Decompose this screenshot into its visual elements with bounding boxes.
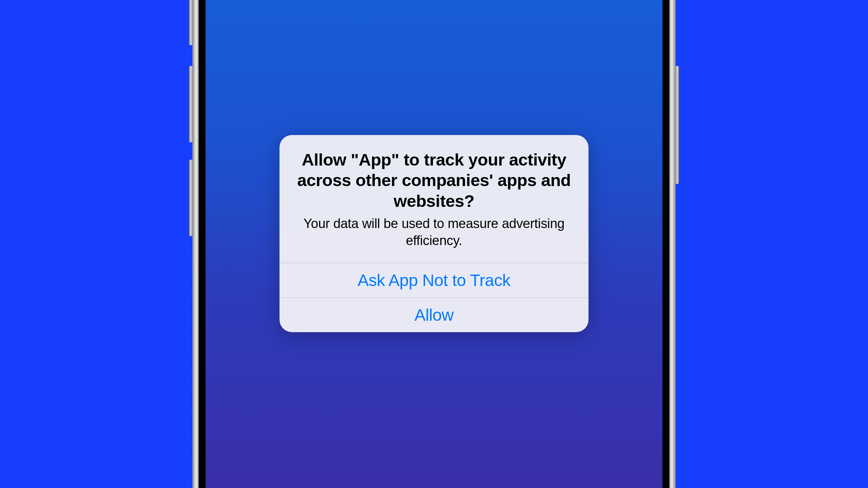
tracking-permission-alert: Allow "App" to track your activity acros… — [279, 135, 589, 333]
phone-frame: Allow "App" to track your activity acros… — [193, 0, 675, 488]
volume-up-button — [189, 66, 192, 142]
power-button — [676, 66, 679, 184]
ask-not-to-track-button[interactable]: Ask App Not to Track — [279, 263, 589, 297]
phone-body: Allow "App" to track your activity acros… — [194, 0, 674, 488]
alert-description: Your data will be used to measure advert… — [293, 215, 575, 249]
volume-down-button — [189, 160, 192, 236]
phone-screen: Allow "App" to track your activity acros… — [206, 0, 662, 488]
allow-button[interactable]: Allow — [279, 297, 589, 332]
alert-title: Allow "App" to track your activity acros… — [293, 150, 575, 212]
alert-content: Allow "App" to track your activity acros… — [279, 135, 589, 263]
phone-side-left — [192, 0, 199, 488]
mute-switch — [189, 0, 192, 45]
phone-side-right — [669, 0, 676, 488]
